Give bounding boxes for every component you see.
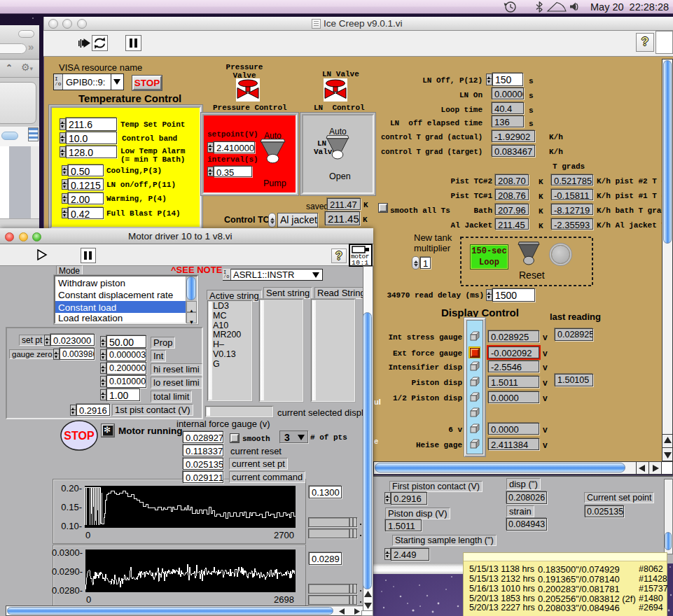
svg-text:STOP: STOP: [64, 430, 95, 442]
